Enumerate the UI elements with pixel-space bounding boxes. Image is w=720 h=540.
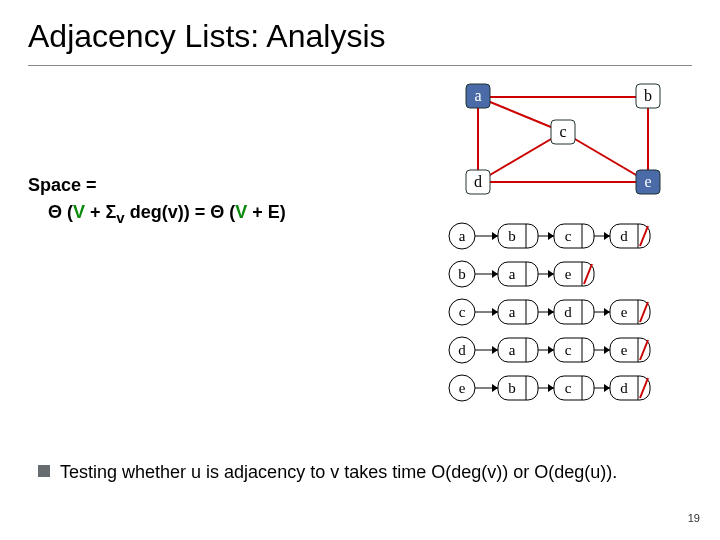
degv-text: deg(v)) =: [125, 202, 211, 222]
arrow-icon: [604, 232, 610, 240]
slide-title: Adjacency Lists: Analysis: [28, 18, 692, 55]
adj-node-box: [554, 338, 594, 362]
page-number: 19: [688, 512, 700, 524]
paren-open-1: (: [62, 202, 73, 222]
adj-node-box: [554, 300, 594, 324]
plus-E: + E): [247, 202, 286, 222]
arrow-icon: [492, 384, 498, 392]
adj-node-box: [498, 376, 538, 400]
adj-node-label: c: [565, 342, 572, 358]
svg-line-5: [563, 132, 648, 182]
adj-node-label: e: [621, 304, 628, 320]
node-e: e: [636, 170, 660, 194]
arrow-icon: [492, 270, 498, 278]
adj-node-label: a: [509, 266, 516, 282]
svg-text:c: c: [559, 123, 566, 140]
adj-node-label: d: [620, 228, 628, 244]
node-d: d: [466, 170, 490, 194]
svg-text:d: d: [474, 173, 482, 190]
arrow-icon: [604, 346, 610, 354]
theta-1: Θ: [48, 202, 62, 222]
adj-node-label: c: [565, 228, 572, 244]
formula-line-1: Space =: [28, 172, 438, 199]
adj-node-label: c: [565, 380, 572, 396]
adj-node-label: d: [620, 380, 628, 396]
adj-head-label: e: [459, 380, 466, 396]
sigma-sub: v: [116, 209, 124, 226]
arrow-icon: [548, 232, 554, 240]
adj-node-label: b: [508, 380, 516, 396]
arrow-icon: [548, 384, 554, 392]
arrow-icon: [492, 346, 498, 354]
adj-node-label: d: [564, 304, 572, 320]
bullet-text: Testing whether u is adjacency to v take…: [60, 460, 692, 484]
arrow-icon: [604, 384, 610, 392]
adj-node-box: [498, 224, 538, 248]
arrow-icon: [548, 308, 554, 316]
svg-text:a: a: [474, 87, 481, 104]
theta-2: Θ: [210, 202, 224, 222]
graph-diagram: a b c d e abcdbaecadedaceebcd: [438, 72, 698, 416]
adj-node-box: [498, 300, 538, 324]
adj-node-label: b: [508, 228, 516, 244]
sigma: Σ: [106, 202, 117, 222]
paren-open-2: (: [224, 202, 235, 222]
adj-head-label: c: [459, 304, 466, 320]
arrow-icon: [492, 308, 498, 316]
adj-node-label: e: [565, 266, 572, 282]
arrow-icon: [548, 270, 554, 278]
arrow-icon: [604, 308, 610, 316]
bullet-block: Testing whether u is adjacency to v take…: [38, 460, 692, 484]
adj-head-label: d: [458, 342, 466, 358]
adj-node-label: a: [509, 304, 516, 320]
adj-node-label: e: [621, 342, 628, 358]
adjacency-list-svg: abcdbaecadedaceebcd: [438, 216, 688, 416]
plus-1: +: [85, 202, 106, 222]
V-2: V: [235, 202, 247, 222]
node-a: a: [466, 84, 490, 108]
arrow-icon: [492, 232, 498, 240]
node-b: b: [636, 84, 660, 108]
graph-nodes: a b c d e: [466, 84, 660, 194]
adj-head-label: b: [458, 266, 466, 282]
adj-node-box: [554, 376, 594, 400]
svg-text:b: b: [644, 87, 652, 104]
bullet-icon: [38, 465, 50, 477]
V-1: V: [73, 202, 85, 222]
adj-head-label: a: [459, 228, 466, 244]
adj-node-label: a: [509, 342, 516, 358]
title-rule: [28, 65, 692, 66]
adj-node-box: [498, 262, 538, 286]
formula-line-2: Θ (V + Σv deg(v)) = Θ (V + E): [28, 199, 438, 229]
arrow-icon: [548, 346, 554, 354]
svg-line-1: [478, 97, 563, 132]
adj-node-box: [498, 338, 538, 362]
svg-line-4: [478, 132, 563, 182]
space-formula: Space = Θ (V + Σv deg(v)) = Θ (V + E): [28, 172, 438, 229]
svg-text:e: e: [644, 173, 651, 190]
adj-node-box: [554, 224, 594, 248]
node-c: c: [551, 120, 575, 144]
graph-svg: a b c d e: [438, 72, 688, 212]
